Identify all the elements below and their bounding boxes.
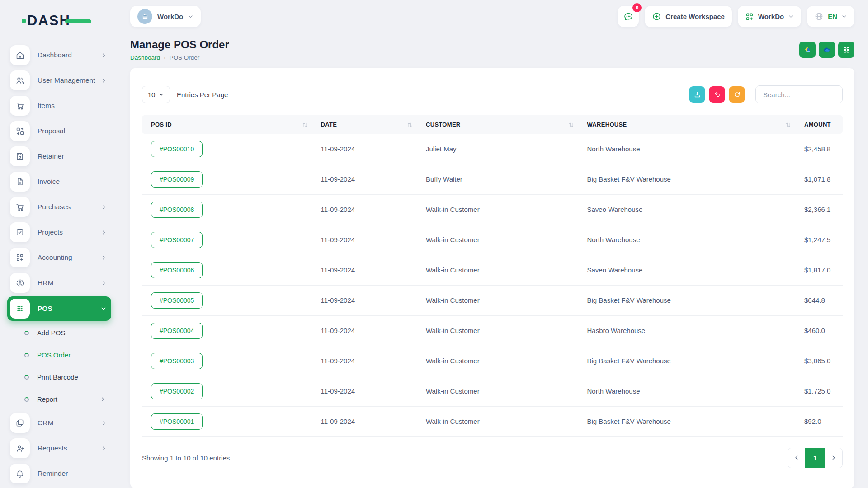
company-name: WorkDo (758, 13, 784, 20)
person-target-icon (10, 273, 30, 293)
sidebar-item-user-management[interactable]: User Management (7, 68, 111, 93)
cell-warehouse: North Warehouse (584, 376, 801, 406)
users-icon (10, 70, 30, 90)
app-logo[interactable]: DASH (22, 11, 111, 31)
sidebar-subitem-pos-order[interactable]: POS Order (7, 344, 111, 366)
save-icon (10, 146, 30, 166)
sort-icon[interactable] (569, 122, 574, 127)
chevron-right-icon (101, 230, 107, 235)
table-header-row: POS ID DATE CUSTOMER WAREHOUSE AMOUNT (142, 115, 843, 134)
sidebar-item-hrm[interactable]: HRM (7, 270, 111, 296)
language-label: EN (828, 13, 837, 20)
pos-id-link[interactable]: #POS00010 (151, 141, 203, 157)
workspace-selector[interactable]: WorkDo (130, 6, 201, 27)
refresh-icon (733, 91, 741, 99)
table-row: #POS00006 11-09-2024 Walk-in Customer Sa… (142, 255, 843, 285)
breadcrumb-separator-icon: › (164, 54, 165, 61)
google-drive-icon (803, 46, 811, 54)
column-header-customer[interactable]: CUSTOMER (422, 115, 584, 134)
apps-grid-button[interactable] (838, 42, 854, 58)
sidebar-item-items[interactable]: Items (7, 93, 111, 118)
sidebar-item-reminder[interactable]: Reminder (7, 461, 111, 486)
pos-id-link[interactable]: #POS00003 (151, 353, 203, 369)
sidebar-item-pos[interactable]: POS (7, 296, 111, 321)
export-button[interactable] (689, 86, 705, 103)
cart-icon (10, 96, 30, 116)
main-area: WorkDo 0 Create Workspace WorkDo (118, 0, 868, 488)
globe-icon (814, 12, 824, 21)
chevron-down-icon (841, 14, 847, 19)
sidebar-subitem-add-pos[interactable]: Add POS (7, 322, 111, 344)
search-input[interactable] (755, 85, 843, 103)
cell-amount: $644.8 (801, 285, 843, 315)
cell-customer: Walk-in Customer (422, 406, 584, 436)
create-workspace-label: Create Workspace (665, 13, 725, 20)
entries-per-page-label: Entries Per Page (177, 91, 228, 99)
onedrive-button[interactable] (819, 42, 835, 58)
workspace-avatar (137, 9, 152, 24)
sidebar-item-purchases[interactable]: Purchases (7, 194, 111, 220)
cell-warehouse: North Warehouse (584, 225, 801, 255)
cell-date: 11-09-2024 (317, 406, 423, 436)
company-switcher[interactable]: WorkDo (738, 6, 801, 27)
table-row: #POS00001 11-09-2024 Walk-in Customer Bi… (142, 406, 843, 436)
column-header-pos-id[interactable]: POS ID (142, 115, 317, 134)
sidebar-item-projects[interactable]: Projects (7, 220, 111, 245)
column-header-amount[interactable]: AMOUNT (801, 115, 843, 134)
pos-id-link[interactable]: #POS00002 (151, 383, 203, 399)
table-row: #POS00003 11-09-2024 Walk-in Customer Bi… (142, 346, 843, 376)
cell-date: 11-09-2024 (317, 285, 423, 315)
cell-warehouse: Big Basket F&V Warehouse (584, 164, 801, 194)
pos-id-link[interactable]: #POS00008 (151, 202, 203, 218)
entries-per-page-select[interactable]: 10 (142, 86, 170, 103)
create-workspace-button[interactable]: Create Workspace (645, 6, 732, 27)
sidebar-subitem-print-barcode[interactable]: Print Barcode (7, 366, 111, 388)
pos-id-link[interactable]: #POS00004 (151, 323, 203, 339)
sidebar-item-label: CRM (38, 419, 53, 427)
invoice-document-icon (10, 172, 30, 192)
cell-customer: Walk-in Customer (422, 315, 584, 346)
refresh-button[interactable] (729, 86, 745, 103)
chevron-right-icon (101, 420, 107, 426)
user-plus-icon (10, 438, 30, 458)
sidebar-item-retainer[interactable]: Retainer (7, 144, 111, 169)
breadcrumb-dashboard-link[interactable]: Dashboard (130, 54, 160, 61)
sidebar-item-invoice[interactable]: Invoice (7, 169, 111, 194)
column-header-date[interactable]: DATE (317, 115, 423, 134)
messages-button[interactable]: 0 (618, 6, 639, 27)
table-row: #POS00010 11-09-2024 Juliet May North Wa… (142, 134, 843, 164)
pos-id-link[interactable]: #POS00001 (151, 413, 203, 430)
dots-grid-icon (10, 299, 30, 319)
topbar-right: 0 Create Workspace WorkDo (618, 6, 854, 27)
sidebar-item-label: Items (38, 102, 55, 110)
sidebar-item-crm[interactable]: CRM (7, 410, 111, 436)
column-header-warehouse[interactable]: WAREHOUSE (584, 115, 801, 134)
pos-id-link[interactable]: #POS00007 (151, 232, 203, 248)
sidebar-subitem-report[interactable]: Report (7, 388, 111, 410)
sidebar: DASH Dashboard User Management (0, 0, 118, 488)
next-page-button[interactable] (825, 448, 842, 468)
reset-button[interactable] (709, 86, 725, 103)
bullet-icon (24, 353, 29, 357)
pos-id-link[interactable]: #POS00009 (151, 171, 203, 188)
page-number-button[interactable]: 1 (805, 448, 825, 468)
sidebar-item-label: Proposal (38, 127, 65, 135)
chevron-right-icon (101, 280, 107, 286)
sort-icon[interactable] (302, 122, 307, 127)
grid-plus-icon (10, 248, 30, 267)
cell-customer: Juliet May (422, 134, 584, 164)
language-selector[interactable]: EN (807, 6, 854, 27)
google-drive-button[interactable] (799, 42, 816, 58)
sort-icon[interactable] (407, 122, 412, 127)
pos-id-link[interactable]: #POS00005 (151, 292, 203, 309)
table-row: #POS00009 11-09-2024 Buffy Walter Big Ba… (142, 164, 843, 194)
sidebar-item-proposal[interactable]: Proposal (7, 118, 111, 144)
logo-dash-accent (65, 19, 91, 23)
cell-customer: Walk-in Customer (422, 376, 584, 406)
sidebar-item-requests[interactable]: Requests (7, 436, 111, 461)
sidebar-item-accounting[interactable]: Accounting (7, 245, 111, 270)
previous-page-button[interactable] (788, 448, 805, 468)
pos-id-link[interactable]: #POS00006 (151, 262, 203, 278)
sort-icon[interactable] (786, 122, 791, 127)
sidebar-item-dashboard[interactable]: Dashboard (7, 42, 111, 68)
